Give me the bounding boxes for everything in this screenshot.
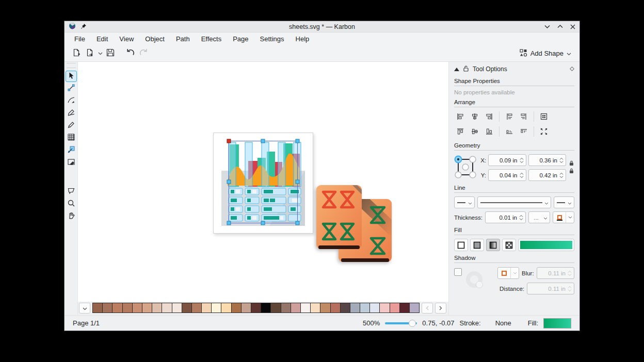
palette-swatch[interactable]: [162, 303, 171, 313]
palette-swatch[interactable]: [182, 303, 191, 313]
fill-color-swatch[interactable]: [520, 241, 572, 249]
palette-swatch[interactable]: [211, 303, 221, 313]
palette-swatch[interactable]: [369, 303, 379, 313]
anchor-point-selector[interactable]: [454, 154, 477, 180]
fill-gradient-button[interactable]: [486, 239, 500, 251]
menu-file[interactable]: File: [70, 34, 90, 44]
minimize-icon[interactable]: [544, 25, 550, 28]
lock-ratio-icon[interactable]: [569, 168, 574, 175]
align-top-button[interactable]: [454, 126, 466, 137]
titlebar[interactable]: sheets.svg * — Karbon: [65, 21, 579, 32]
zoom-tool-button[interactable]: [66, 199, 77, 210]
align-hcenter-button[interactable]: [469, 111, 481, 122]
undo-button[interactable]: [123, 47, 137, 60]
palette-swatch[interactable]: [132, 303, 142, 313]
palette-swatch[interactable]: [221, 303, 231, 313]
width-input[interactable]: 0.36 in: [528, 154, 567, 166]
group-button[interactable]: [538, 111, 550, 122]
zoom-slider[interactable]: [385, 320, 417, 327]
align-right-button[interactable]: [483, 111, 495, 122]
menu-settings[interactable]: Settings: [255, 34, 289, 44]
palette-swatch[interactable]: [270, 303, 280, 313]
redo-button[interactable]: [137, 47, 150, 60]
palette-swatch[interactable]: [340, 303, 350, 313]
save-button[interactable]: [104, 47, 117, 60]
open-dropdown-icon[interactable]: [96, 47, 104, 60]
palette-swatch[interactable]: [241, 303, 251, 313]
palette-swatch[interactable]: [310, 303, 320, 313]
align-bottom-button[interactable]: [483, 126, 495, 137]
y-input[interactable]: 0.04 in: [488, 169, 526, 181]
shadow-enable-checkbox[interactable]: [454, 268, 462, 276]
canvas-object-sheets-logo[interactable]: [316, 184, 392, 265]
align-vcenter-button[interactable]: [469, 126, 481, 137]
palette-swatch[interactable]: [330, 303, 340, 313]
fill-color-swatch-frame[interactable]: [518, 239, 574, 251]
thickness-input[interactable]: 0.01 in: [485, 211, 526, 223]
palette-scroll-right-button[interactable]: [435, 303, 446, 314]
draw-path-tool-button[interactable]: [66, 95, 77, 107]
spin-arrows-icon[interactable]: [520, 172, 524, 178]
line-start-marker-select[interactable]: [454, 196, 475, 208]
shadow-angle-widget[interactable]: [466, 271, 482, 288]
align-left-button[interactable]: [454, 111, 466, 122]
palette-swatch[interactable]: [102, 303, 112, 313]
palette-swatch[interactable]: [172, 303, 182, 313]
spin-arrows-icon[interactable]: [559, 157, 564, 163]
ungroup-button[interactable]: [538, 126, 550, 137]
palette-swatch[interactable]: [281, 303, 291, 313]
collapse-icon[interactable]: [454, 65, 459, 73]
shadow-angle-knob[interactable]: [476, 281, 483, 288]
close-icon[interactable]: [570, 24, 575, 29]
distribute-left-button[interactable]: [503, 111, 516, 122]
palette-swatch[interactable]: [291, 303, 300, 313]
gradient-tool-button[interactable]: [66, 145, 77, 156]
spin-arrows-icon[interactable]: [559, 172, 564, 178]
pencil-tool-button[interactable]: [66, 120, 77, 131]
fill-none-button[interactable]: [454, 239, 468, 251]
palette-swatch[interactable]: [231, 303, 241, 313]
palette-swatch[interactable]: [191, 303, 201, 313]
join-style-select[interactable]: [553, 211, 574, 223]
palette-swatch[interactable]: [399, 303, 409, 313]
dash-pattern-select[interactable]: ...: [528, 211, 550, 223]
shadow-distance-input[interactable]: 0.11 in: [527, 283, 574, 294]
fill-solid-button[interactable]: [470, 239, 484, 251]
palette-swatch[interactable]: [320, 303, 330, 313]
palette-swatch[interactable]: [300, 303, 310, 313]
palette-swatch[interactable]: [251, 303, 261, 313]
height-input[interactable]: 0.42 in: [528, 169, 567, 181]
zoom-slider-knob[interactable]: [409, 320, 416, 327]
pan-tool-button[interactable]: [66, 211, 77, 222]
new-document-button[interactable]: [70, 47, 83, 60]
menu-view[interactable]: View: [115, 34, 138, 44]
open-document-button[interactable]: [83, 47, 96, 60]
menu-help[interactable]: Help: [291, 34, 314, 44]
palette-swatch[interactable]: [201, 303, 211, 313]
palette-swatch[interactable]: [112, 303, 122, 313]
pattern-tool-button[interactable]: [66, 133, 77, 144]
palette-swatch[interactable]: [92, 303, 102, 313]
menu-effects[interactable]: Effects: [197, 34, 227, 44]
canvas-object-chart[interactable]: [213, 133, 313, 234]
distribute-vcenter-button[interactable]: [518, 126, 530, 137]
menu-edit[interactable]: Edit: [92, 34, 112, 44]
menu-object[interactable]: Object: [140, 34, 169, 44]
palette-swatch[interactable]: [350, 303, 360, 313]
statusbar-fill-swatch[interactable]: [543, 318, 571, 328]
palette-swatch[interactable]: [261, 303, 270, 313]
toolbar-grip[interactable]: [67, 63, 76, 68]
spin-arrows-icon[interactable]: [520, 157, 524, 163]
distribute-hcenter-button[interactable]: [518, 111, 530, 122]
palette-swatch[interactable]: [142, 303, 152, 313]
select-tool-button[interactable]: [66, 71, 77, 82]
palette-swatch[interactable]: [360, 303, 369, 313]
palette-swatch[interactable]: [152, 303, 162, 313]
calligraphy-tool-button[interactable]: [66, 108, 77, 119]
palette-dropdown-button[interactable]: [79, 303, 90, 314]
shadow-blur-input[interactable]: 0.11 in: [537, 267, 574, 279]
palette-swatch[interactable]: [390, 303, 399, 313]
x-input[interactable]: 0.09 in: [488, 154, 526, 166]
line-end-marker-select[interactable]: [554, 196, 574, 208]
callout-tool-button[interactable]: [66, 186, 77, 198]
